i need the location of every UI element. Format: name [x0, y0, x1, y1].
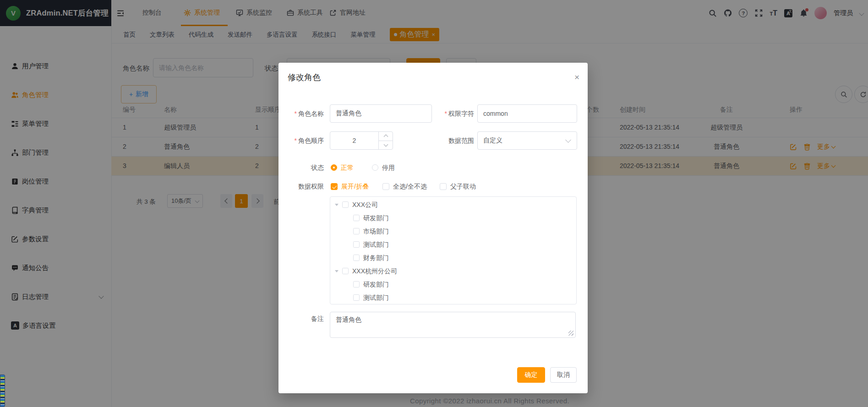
- stepper-down-button[interactable]: [379, 141, 393, 150]
- tree-node-dept[interactable]: 测试部门: [330, 238, 576, 251]
- tree-node-label[interactable]: 财务部门: [363, 254, 389, 262]
- role-key-label: *权限字符: [416, 110, 474, 118]
- tree-node-label[interactable]: 测试部门: [363, 294, 389, 302]
- mini-preview-widget[interactable]: [0, 374, 5, 407]
- status-normal-radio[interactable]: [331, 164, 337, 171]
- tree-node-label[interactable]: 研发部门: [363, 281, 389, 289]
- data-scope-label: 数据范围: [420, 137, 474, 145]
- chevron-down-icon: [565, 137, 571, 143]
- chevron-up-icon: [383, 135, 388, 139]
- tree-node-company[interactable]: XXX公司: [330, 198, 576, 212]
- status-normal-label[interactable]: 正常: [341, 164, 354, 172]
- stepper-up-button[interactable]: [379, 132, 393, 141]
- role-order-stepper: 2: [330, 131, 393, 150]
- chevron-down-icon: [383, 142, 388, 147]
- status-disabled-label[interactable]: 停用: [382, 164, 395, 172]
- edit-role-dialog: 修改角色 × *角色名称 *权限字符 *角色顺序 2 数据范围 自定义 状态 正…: [278, 63, 588, 393]
- tree-node-dept[interactable]: 研发部门: [330, 212, 576, 225]
- tree-node-dept[interactable]: 测试部门: [330, 291, 576, 304]
- tree-checkbox[interactable]: [353, 241, 360, 248]
- required-asterisk: *: [295, 137, 297, 144]
- tree-checkbox[interactable]: [353, 255, 360, 261]
- department-tree: XXX公司 研发部门 市场部门 测试部门 财务部门 XXX杭州分公司: [330, 196, 577, 304]
- tree-checkbox[interactable]: [353, 215, 360, 221]
- parent-child-linkage-checkbox[interactable]: [440, 183, 447, 190]
- tree-checkbox[interactable]: [353, 281, 360, 288]
- remark-label: 备注: [295, 315, 324, 323]
- dialog-title: 修改角色: [288, 72, 321, 83]
- role-key-input[interactable]: [477, 104, 577, 123]
- data-permission-label: 数据权限: [278, 183, 324, 191]
- tree-checkbox[interactable]: [353, 228, 360, 234]
- tree-node-label[interactable]: 研发部门: [363, 214, 389, 222]
- tree-checkbox[interactable]: [353, 294, 360, 301]
- select-all-checkbox[interactable]: [382, 183, 389, 190]
- required-asterisk: *: [445, 110, 447, 117]
- tree-node-label[interactable]: 测试部门: [363, 241, 389, 249]
- data-scope-select[interactable]: 自定义: [477, 131, 577, 150]
- close-icon[interactable]: ×: [574, 73, 579, 81]
- textarea-resize-handle[interactable]: [568, 331, 573, 336]
- tree-node-dept[interactable]: 财务部门: [330, 251, 576, 265]
- role-name-label: *角色名称: [278, 110, 324, 118]
- caret-down-icon[interactable]: [335, 270, 338, 272]
- required-asterisk: *: [295, 110, 297, 117]
- role-order-label: *角色顺序: [278, 137, 324, 145]
- parent-child-linkage-label[interactable]: 父子联动: [450, 183, 476, 191]
- cancel-button[interactable]: 取消: [550, 367, 577, 383]
- app-screen: V ZRAdmin.NET后台管理 控制台 系统管理 系统监控 系统工具: [0, 0, 868, 407]
- remark-textarea[interactable]: 普通角色: [330, 312, 576, 338]
- caret-down-icon[interactable]: [335, 204, 338, 206]
- expand-collapse-label[interactable]: 展开/折叠: [341, 183, 369, 191]
- status-label: 状态: [278, 164, 324, 172]
- expand-collapse-checkbox[interactable]: [331, 183, 338, 190]
- tree-node-label[interactable]: 市场部门: [363, 228, 389, 236]
- tree-checkbox[interactable]: [342, 201, 349, 208]
- tree-node-dept[interactable]: 研发部门: [330, 278, 576, 291]
- select-all-label[interactable]: 全选/全不选: [393, 183, 427, 191]
- tree-node-label[interactable]: XXX公司: [352, 201, 378, 209]
- tree-node-branch-company[interactable]: XXX杭州分公司: [330, 265, 576, 278]
- status-disabled-radio[interactable]: [372, 164, 378, 171]
- tree-node-label[interactable]: XXX杭州分公司: [352, 267, 397, 276]
- confirm-button[interactable]: 确定: [517, 367, 545, 383]
- tree-checkbox[interactable]: [342, 268, 349, 274]
- stepper-controls: [378, 132, 393, 149]
- role-order-value[interactable]: 2: [330, 132, 378, 149]
- data-scope-value: 自定义: [483, 136, 566, 145]
- tree-node-dept[interactable]: 市场部门: [330, 225, 576, 238]
